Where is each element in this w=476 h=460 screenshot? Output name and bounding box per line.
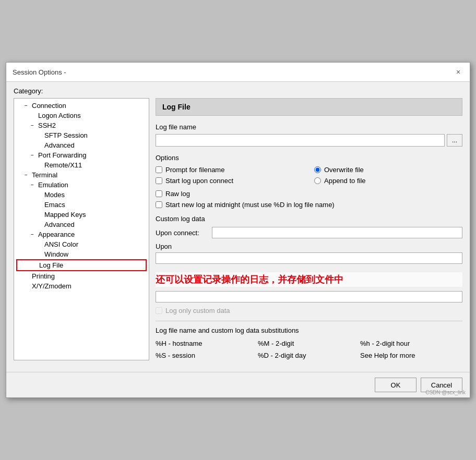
upon-input[interactable] [156, 252, 462, 264]
title-bar: Session Options - × [6, 63, 470, 82]
tree-item-label-printing: Printing [32, 272, 55, 280]
panel-header: Log File [156, 98, 462, 116]
prompt-filename-checkbox[interactable] [156, 166, 162, 173]
tree-item-modes[interactable]: Modes [16, 190, 147, 200]
disconnect-input[interactable] [156, 291, 462, 302]
upon-label: Upon [156, 243, 462, 250]
sub-d-2digit-day: %D - 2-digit day [258, 350, 360, 360]
raw-log-row: Raw log [156, 190, 462, 198]
tree-item-port-forwarding[interactable]: − Port Forwarding [16, 150, 147, 160]
tree-item-label-modes: Modes [44, 191, 65, 199]
start-log-row: Start log upon connect [156, 177, 304, 185]
sub-see-help: See Help for more [360, 350, 462, 360]
tree-item-label-pf: Port Forwarding [38, 151, 86, 159]
tree-item-label-sftp: SFTP Session [44, 131, 88, 139]
upon-connect-row: Upon connect: [156, 227, 462, 238]
log-only-label: Log only custom data [165, 307, 230, 314]
tree-item-terminal[interactable]: − Terminal [16, 170, 147, 180]
expand-icon-emulation: − [31, 182, 37, 188]
tree-item-appearance[interactable]: − Appearance [16, 229, 147, 239]
log-filename-row: ... [156, 134, 462, 147]
substitutions-title: Log file name and custom log data substi… [156, 326, 462, 334]
tree-item-label-terminal: Terminal [32, 171, 57, 179]
session-options-dialog: Session Options - × Category: − Connecti… [6, 62, 470, 398]
tree-item-label-window: Window [44, 250, 68, 258]
overwrite-file-row: Overwrite file [314, 166, 462, 174]
tree-item-label-emulation: Emulation [38, 181, 68, 189]
options-label: Options [156, 154, 462, 162]
sub-h-hostname: %H - hostname [156, 338, 258, 348]
overwrite-file-label: Overwrite file [324, 166, 364, 174]
tree-item-emulation[interactable]: − Emulation [16, 180, 147, 190]
append-file-label: Append to file [324, 177, 366, 185]
start-log-label: Start log upon connect [165, 177, 233, 185]
tree-panel: − Connection Logon Actions − SSH2 SFTP S… [14, 98, 149, 360]
log-only-custom-row: Log only custom data [156, 307, 462, 314]
start-new-log-label: Start new log at midnight (must use %D i… [165, 201, 335, 209]
prompt-filename-label: Prompt for filename [165, 166, 224, 174]
log-file-name-label: Log file name [156, 123, 462, 131]
append-to-file-row: Append to file [314, 177, 462, 185]
tree-item-xy-zmodem[interactable]: X/Y/Zmodem [16, 281, 147, 291]
tree-item-advanced-conn[interactable]: Advanced [16, 140, 147, 150]
sub-h-2digit-hour: %h - 2-digit hour [360, 338, 462, 348]
category-label: Category: [14, 87, 462, 95]
expand-icon-appearance: − [31, 232, 37, 237]
log-only-checkbox[interactable] [156, 307, 162, 314]
tree-item-window[interactable]: Window [16, 249, 147, 259]
options-grid: Prompt for filename Overwrite file Start… [156, 166, 462, 185]
expand-icon-connection: − [25, 103, 31, 108]
raw-log-checkbox[interactable] [156, 190, 162, 197]
tree-item-advanced-term[interactable]: Advanced [16, 220, 147, 229]
log-filename-input[interactable] [156, 134, 445, 147]
tree-item-label-ssh2: SSH2 [38, 122, 56, 129]
tree-item-connection[interactable]: − Connection [16, 101, 147, 111]
substitutions-grid: %H - hostname %M - 2-digit %h - 2-digit … [156, 338, 462, 360]
upon-connect-label: Upon connect: [156, 229, 208, 237]
tree-item-logon-actions[interactable]: Logon Actions [16, 111, 147, 120]
tree-item-label-xyz: X/Y/Zmodem [32, 282, 72, 290]
expand-icon-pf: − [31, 152, 37, 158]
expand-icon-terminal: − [25, 172, 31, 178]
dialog-footer: OK Cancel [6, 372, 470, 397]
raw-log-label: Raw log [165, 190, 190, 198]
tree-item-label-logon: Logon Actions [38, 112, 81, 119]
close-button[interactable]: × [453, 67, 463, 77]
tree-item-label-connection: Connection [32, 102, 66, 110]
tree-item-label-adv-conn: Advanced [44, 141, 75, 149]
dialog-title: Session Options - [13, 68, 66, 76]
custom-log-data-label: Custom log data [156, 215, 462, 223]
substitutions-section: Log file name and custom log data substi… [156, 321, 462, 360]
sub-s-session: %S - session [156, 350, 258, 360]
expand-icon-ssh2: − [31, 123, 37, 128]
tree-item-label-rx11: Remote/X11 [44, 161, 82, 169]
main-content: − Connection Logon Actions − SSH2 SFTP S… [14, 98, 462, 360]
tree-item-sftp[interactable]: SFTP Session [16, 130, 147, 140]
append-file-radio[interactable] [314, 177, 321, 184]
right-panel: Log File Log file name ... Options Promp… [156, 98, 462, 360]
upon-connect-input[interactable] [212, 227, 462, 238]
ok-button[interactable]: OK [375, 378, 416, 392]
chinese-annotation: 还可以设置记录操作的日志，并存储到文件中 [156, 272, 462, 287]
tree-item-emacs[interactable]: Emacs [16, 200, 147, 210]
tree-item-ssh2[interactable]: − SSH2 [16, 120, 147, 130]
browse-button[interactable]: ... [447, 134, 462, 147]
start-new-log-row: Start new log at midnight (must use %D i… [156, 201, 462, 209]
watermark: CSDN @scx_link [425, 390, 466, 395]
tree-item-log-file[interactable]: Log File [16, 259, 147, 271]
overwrite-file-radio[interactable] [314, 166, 321, 173]
tree-item-label-adv-term: Advanced [44, 221, 75, 228]
sub-m-2digit: %M - 2-digit [258, 338, 360, 348]
tree-item-remote-x11[interactable]: Remote/X11 [16, 160, 147, 170]
tree-item-label-appearance: Appearance [38, 231, 75, 238]
tree-item-mapped-keys[interactable]: Mapped Keys [16, 210, 147, 220]
tree-item-ansi-color[interactable]: ANSI Color [16, 239, 147, 249]
start-new-log-checkbox[interactable] [156, 201, 162, 208]
start-log-checkbox[interactable] [156, 177, 162, 184]
tree-item-label-emacs: Emacs [44, 201, 65, 209]
prompt-for-filename-row: Prompt for filename [156, 166, 304, 174]
dialog-body: Category: − Connection Logon Actions − S… [6, 82, 470, 368]
custom-log-section: Custom log data Upon connect: Upon 还可以设置… [156, 215, 462, 307]
tree-item-label-logfile: Log File [39, 261, 63, 269]
tree-item-printing[interactable]: Printing [16, 271, 147, 281]
